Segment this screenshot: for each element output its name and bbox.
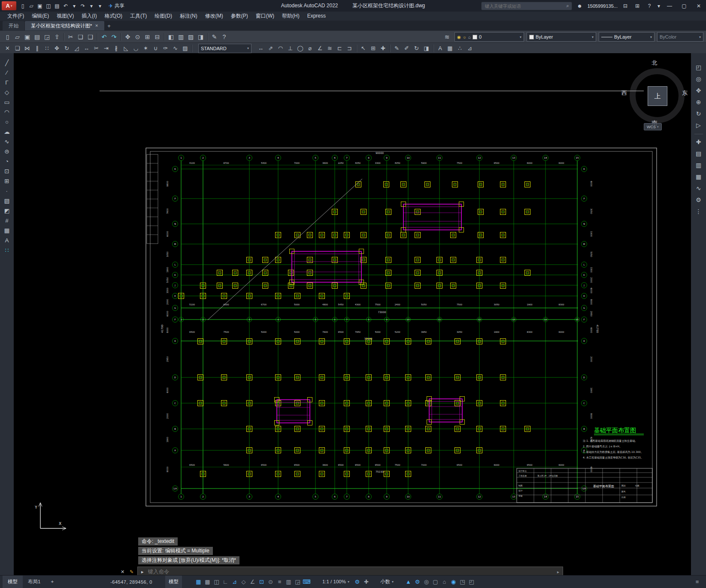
text-icon[interactable]: A [435, 44, 445, 53]
compass-east[interactable]: 东 [682, 89, 688, 97]
help-icon[interactable]: ? [219, 32, 229, 42]
wcs-control[interactable]: WCS ▾ [644, 123, 662, 130]
dim-angular-icon[interactable]: ∠ [315, 44, 325, 53]
command-scroll-icon[interactable]: ▸ [557, 570, 559, 574]
zoom-icon[interactable]: ⊕ [693, 97, 704, 107]
layer-on-icon[interactable]: ◉ [457, 35, 461, 39]
annotation-scale[interactable]: 1:1 / 100% ▾ [319, 576, 353, 588]
more-icon[interactable]: ⋮ [693, 207, 704, 216]
menu-item-2[interactable]: 编辑(E) [28, 12, 53, 21]
units-display[interactable]: 小数 ▾ [377, 576, 397, 588]
qat-save-as-icon[interactable]: ◫ [44, 3, 53, 9]
graphics-performance-icon[interactable]: ◳ [458, 576, 467, 588]
command-customize-icon[interactable]: ✎ [128, 569, 135, 575]
apps-icon[interactable]: ⊞ [633, 3, 642, 9]
polyline-icon[interactable]: Γ [1, 78, 12, 87]
sheet-set-manager-icon[interactable]: ◨ [196, 32, 206, 42]
command-close-icon[interactable]: ✕ [119, 569, 126, 575]
document-tab[interactable]: 某小区框架住宅结构设计图* ✕ [25, 21, 104, 30]
new-icon[interactable]: ▯ [3, 32, 12, 42]
qat-new-icon[interactable]: ▯ [18, 3, 27, 9]
minimize-button[interactable]: — [664, 3, 675, 9]
move-icon[interactable]: ✥ [52, 44, 62, 53]
clean-screen-icon[interactable]: ◰ [467, 576, 476, 588]
navigation-bar-icon[interactable]: ▤ [693, 149, 704, 158]
isodraft-icon[interactable]: ◇ [239, 576, 248, 588]
customize-icon[interactable]: ≡ [693, 576, 702, 588]
scale-icon[interactable]: ◿ [72, 44, 82, 53]
add-scale-icon[interactable]: ✚ [362, 576, 371, 588]
close-button[interactable]: ✕ [693, 3, 704, 9]
layer-walk-icon[interactable]: ▥ [693, 160, 704, 170]
measure-icon[interactable]: ⊿ [465, 44, 475, 53]
measure-divide-icon[interactable]: ∷ [1, 246, 12, 255]
multiline-text-icon[interactable]: A [1, 236, 12, 245]
lineweight-icon[interactable]: ≡ [275, 576, 284, 588]
search-box[interactable]: ⌕ [481, 2, 572, 10]
redo-icon[interactable]: ↷ [109, 32, 119, 42]
compass-west[interactable]: 西 [621, 89, 627, 97]
dim-update-icon[interactable]: ↻ [412, 44, 421, 53]
extend-icon[interactable]: ⇥ [101, 44, 111, 53]
dim-edit-icon[interactable]: ✎ [392, 44, 402, 53]
hatch-icon[interactable]: ▨ [1, 196, 12, 205]
cart-icon[interactable]: ⊟ [621, 3, 630, 9]
help-caret-icon[interactable]: ▾ [657, 3, 661, 9]
hatch-edit-icon[interactable]: ▨ [180, 44, 190, 53]
settings-icon[interactable]: ⚙ [693, 195, 704, 205]
polar-icon[interactable]: ⊿ [230, 576, 239, 588]
menu-item-6[interactable]: 工具(T) [126, 12, 151, 21]
model-tab[interactable]: 模型 [3, 576, 23, 588]
stretch-icon[interactable]: ↔ [82, 44, 91, 53]
line-icon[interactable]: ╱ [1, 58, 12, 67]
isolate-objects-icon[interactable]: ◉ [449, 576, 458, 588]
menu-item-11[interactable]: 窗口(W) [252, 12, 278, 21]
dim-arc-icon[interactable]: ◠ [276, 44, 285, 53]
polygon-icon[interactable]: ◇ [1, 88, 12, 97]
dim-ordinate-icon[interactable]: ⊥ [285, 44, 295, 53]
share-button[interactable]: ✈ 共享 [109, 3, 124, 9]
color-dropdown[interactable]: ByLayer ▾ [527, 32, 596, 42]
user-id[interactable]: 1505999135... [588, 3, 618, 9]
qat-undo-caret-icon[interactable]: ▾ [70, 3, 79, 9]
qat-save-icon[interactable]: ▣ [36, 3, 44, 9]
save-icon[interactable]: ▣ [22, 32, 32, 42]
osnap-3d-icon[interactable]: ⊙ [266, 576, 275, 588]
qat-customize-icon[interactable]: ▾ [96, 3, 104, 9]
dynamic-input-icon[interactable]: ⌨ [302, 576, 311, 588]
dim-continue-icon[interactable]: ⊐ [345, 44, 355, 53]
plot-icon[interactable]: ▤ [32, 32, 42, 42]
maximize-button[interactable]: ▢ [679, 3, 690, 9]
menu-item-12[interactable]: 帮助(H) [278, 12, 303, 21]
polyline-edit-icon[interactable]: ✑ [161, 44, 170, 53]
show-motion-icon[interactable]: ▷ [693, 121, 704, 130]
drawing-canvas[interactable]: 1112223334445556667778889991010101111111… [14, 53, 691, 576]
spline-icon[interactable]: ∿ [1, 137, 12, 146]
layer-freeze-icon[interactable]: ☼ [463, 35, 467, 39]
menu-item-8[interactable]: 标注(N) [176, 12, 201, 21]
offset-icon[interactable]: ∥ [32, 44, 42, 53]
lock-ui-icon[interactable]: ⌂ [440, 576, 449, 588]
transparency-icon[interactable]: ▥ [284, 576, 293, 588]
qat-undo-icon[interactable]: ↶ [61, 3, 70, 9]
tolerance-icon[interactable]: ⊞ [368, 44, 378, 53]
trim-icon[interactable]: ✂ [91, 44, 101, 53]
leader-icon[interactable]: ↖ [358, 44, 368, 53]
orbit-icon[interactable]: ↻ [693, 109, 704, 118]
compass-north[interactable]: 北 [652, 59, 658, 67]
layout1-tab[interactable]: 布局1 [23, 576, 45, 588]
scale-sync-icon[interactable]: ⚙ [353, 576, 362, 588]
plot-preview-icon[interactable]: ◲ [42, 32, 52, 42]
qat-open-icon[interactable]: ▱ [27, 3, 36, 9]
dim-quick-icon[interactable]: ≊ [325, 44, 335, 53]
open-icon[interactable]: ▱ [12, 32, 22, 42]
menu-item-5[interactable]: 格式(O) [101, 12, 126, 21]
table-icon[interactable]: ▦ [1, 226, 12, 235]
center-mark-icon[interactable]: ✚ [378, 44, 388, 53]
publish-icon[interactable]: ⇪ [52, 32, 62, 42]
infer-icon[interactable]: ◫ [212, 576, 221, 588]
style-dropdown[interactable]: STANDARD ▾ [198, 44, 251, 53]
user-icon[interactable]: ☻ [576, 3, 584, 9]
layer-properties-manager-icon[interactable]: ≋ [442, 32, 452, 42]
plot-style-dropdown[interactable]: ByColor ▾ [657, 32, 703, 42]
